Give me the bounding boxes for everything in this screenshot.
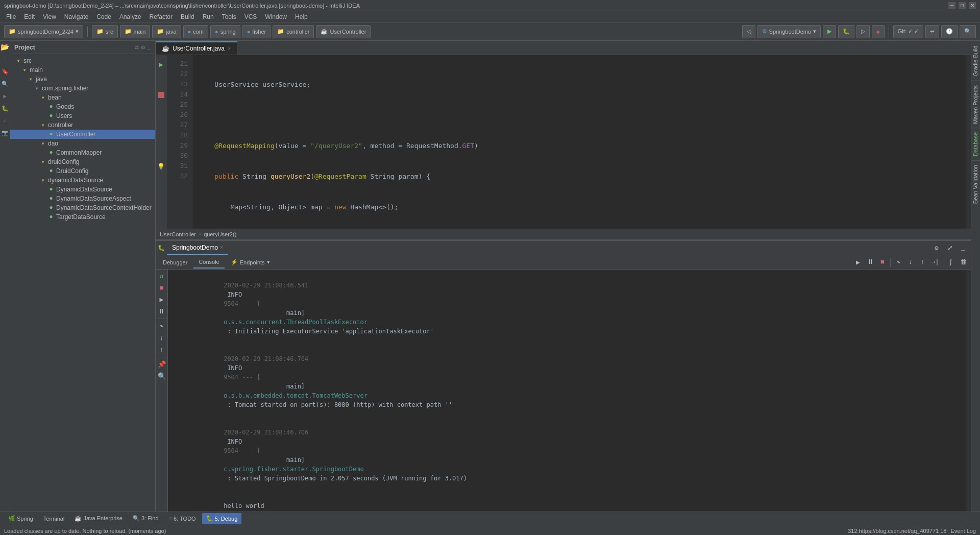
run-icon-left[interactable]: ▶: [1, 92, 9, 100]
menu-run[interactable]: Run: [199, 12, 218, 21]
tree-item-targetdatasource[interactable]: ● TargetDataSource: [10, 212, 155, 222]
clear-console-btn[interactable]: 🗑: [958, 257, 969, 268]
menu-code[interactable]: Code: [92, 12, 115, 21]
tree-item-dynamicaspect[interactable]: ● DynamicDataSourceAspect: [10, 194, 155, 203]
debug-external-icon[interactable]: ⤢: [944, 242, 955, 254]
menu-analyze[interactable]: Analyze: [115, 12, 145, 21]
tree-item-druidconfig-folder[interactable]: ▾ druidConfig: [10, 157, 155, 166]
debug-log-content[interactable]: 2020-02-29 21:08:46.541 INFO 9504 --- [ …: [168, 270, 966, 512]
step-into-btn[interactable]: ↓: [905, 257, 916, 268]
editor-scrollbar[interactable]: [966, 55, 971, 229]
panel-sync-icon[interactable]: ⇄: [135, 43, 139, 52]
tree-item-usercontroller[interactable]: ● UserController: [10, 130, 155, 139]
tab-java-enterprise[interactable]: ☕ Java Enterprise: [70, 513, 126, 524]
debug-filter-btn[interactable]: 🔍: [156, 371, 167, 382]
menu-vcs[interactable]: VCS: [240, 12, 261, 21]
debug-icon-left[interactable]: 🐛: [1, 104, 9, 112]
back-button[interactable]: ◁: [742, 25, 755, 38]
breadcrumb-usercontroller[interactable]: UserController: [160, 231, 196, 237]
tree-item-druidconfig[interactable]: ● DruidConfig: [10, 166, 155, 176]
tree-item-contextholder[interactable]: ● DynamicDataSourceContextHolder: [10, 203, 155, 212]
tree-item-dynamic-folder[interactable]: ▾ dynamicDataSource: [10, 176, 155, 185]
tab-debug[interactable]: 🐛 5: Debug: [202, 513, 242, 524]
tab-todo[interactable]: ≡ 6: TODO: [165, 513, 200, 524]
tab-close-btn[interactable]: ×: [228, 45, 231, 52]
sidebar-gradle[interactable]: Gradle Build: [971, 41, 980, 81]
sidebar-maven[interactable]: Maven Projects: [971, 81, 980, 128]
tab-terminal[interactable]: Terminal: [39, 513, 69, 524]
run-to-cursor-btn[interactable]: →|: [929, 257, 941, 268]
debug-tab-springbootdemo[interactable]: SpringbootDemo ×: [167, 241, 228, 255]
debug-subtab-debugger[interactable]: Debugger: [158, 256, 192, 269]
tree-item-commonmapper[interactable]: ● CommonMapper: [10, 148, 155, 157]
event-log-btn[interactable]: Event Log: [950, 528, 976, 534]
debug-subtab-console[interactable]: Console: [193, 256, 224, 269]
step-over-btn[interactable]: ↷: [893, 257, 904, 268]
tree-item-package[interactable]: ▾ com.spring.fisher: [10, 84, 155, 93]
stop-button[interactable]: ■: [872, 25, 885, 38]
tree-item-goods[interactable]: ● Goods: [10, 102, 155, 111]
pause-btn[interactable]: ⏸: [865, 257, 876, 268]
project-selector[interactable]: 📁 springbootDemo_2-24 ▾: [4, 25, 83, 38]
menu-file[interactable]: File: [2, 12, 20, 21]
debug-minimize-icon[interactable]: _: [958, 242, 969, 254]
controller-crumb[interactable]: 📁 controller: [273, 25, 314, 38]
close-button[interactable]: ✕: [969, 2, 976, 9]
spring-crumb[interactable]: ● spring: [210, 25, 240, 38]
undo-button[interactable]: ↩: [925, 25, 939, 38]
main-crumb[interactable]: 📁 main: [120, 25, 151, 38]
gutter-line-21[interactable]: ▶: [156, 59, 166, 69]
tree-item-dao[interactable]: ▾ dao: [10, 139, 155, 148]
java-crumb[interactable]: 📁 java: [152, 25, 181, 38]
debug-scrollbar[interactable]: [966, 270, 971, 512]
menu-tools[interactable]: Tools: [218, 12, 240, 21]
usercontroller-crumb[interactable]: ☕ UserController: [316, 25, 371, 38]
menu-view[interactable]: View: [39, 12, 60, 21]
debug-pin-btn[interactable]: 📌: [156, 359, 167, 370]
tree-item-users[interactable]: ● Users: [10, 111, 155, 120]
debug-pause2-btn[interactable]: ⏸: [156, 306, 167, 317]
project-view-icon[interactable]: 📂: [1, 43, 9, 51]
sidebar-bean-validation[interactable]: Bean Validation: [971, 160, 980, 208]
debug-stepinto2-btn[interactable]: ↓: [156, 332, 167, 344]
tab-usercontroller[interactable]: ☕ UserController.java ×: [156, 41, 237, 55]
menu-build[interactable]: Build: [177, 12, 199, 21]
debug-stepover2-btn[interactable]: ↷: [156, 321, 167, 332]
stop-debug-btn[interactable]: ■: [877, 257, 888, 268]
tab-find[interactable]: 🔍 3: Find: [129, 513, 163, 524]
panel-gear-icon[interactable]: ⚙: [141, 43, 145, 52]
breadcrumb-queryuser2[interactable]: queryUser2(): [204, 231, 236, 237]
coverage-button[interactable]: ▷: [856, 25, 870, 38]
src-crumb[interactable]: 📁 src: [92, 25, 118, 38]
find-icon[interactable]: 🔍: [1, 80, 9, 88]
clock-button[interactable]: 🕐: [941, 25, 958, 38]
debug-stepout2-btn[interactable]: ↑: [156, 344, 167, 355]
sidebar-database[interactable]: Database: [971, 128, 980, 160]
debug-stop-btn2[interactable]: ■: [156, 282, 167, 294]
tree-item-dynamicdatasource[interactable]: ● DynamicDataSource: [10, 185, 155, 194]
camera-icon[interactable]: 📷: [1, 129, 9, 137]
todo-icon[interactable]: ✓: [1, 116, 9, 125]
tab-spring[interactable]: 🌿 Spring: [4, 513, 37, 524]
com-crumb[interactable]: ● com: [183, 25, 208, 38]
git-status[interactable]: Git: ✓ ✓: [893, 25, 923, 38]
tree-item-src[interactable]: ▾ src: [10, 56, 155, 65]
panel-minimize-icon[interactable]: _: [147, 43, 151, 52]
debug-settings-icon[interactable]: ⚙: [931, 242, 942, 254]
bookmarks-icon[interactable]: 🔖: [1, 67, 9, 76]
tree-item-bean[interactable]: ▾ bean: [10, 93, 155, 102]
maximize-button[interactable]: □: [959, 2, 966, 9]
evaluate-btn[interactable]: ∫: [945, 257, 957, 268]
debug-rerun-btn[interactable]: ↺: [156, 271, 167, 282]
debug-subtab-endpoints[interactable]: ⚡ Endpoints ▾: [226, 256, 275, 269]
structure-icon[interactable]: ≡: [1, 55, 9, 63]
menu-edit[interactable]: Edit: [20, 12, 39, 21]
debug-button[interactable]: 🐛: [838, 25, 854, 38]
search-everywhere[interactable]: 🔍: [960, 25, 976, 38]
run-config-selector[interactable]: ⚙ SpringbootDemo ▾: [757, 25, 821, 38]
tree-item-main[interactable]: ▾ main: [10, 65, 155, 75]
menu-window[interactable]: Window: [261, 12, 291, 21]
tree-item-java[interactable]: ▾ java: [10, 75, 155, 84]
menu-refactor[interactable]: Refactor: [145, 12, 177, 21]
minimize-button[interactable]: ─: [948, 2, 955, 9]
